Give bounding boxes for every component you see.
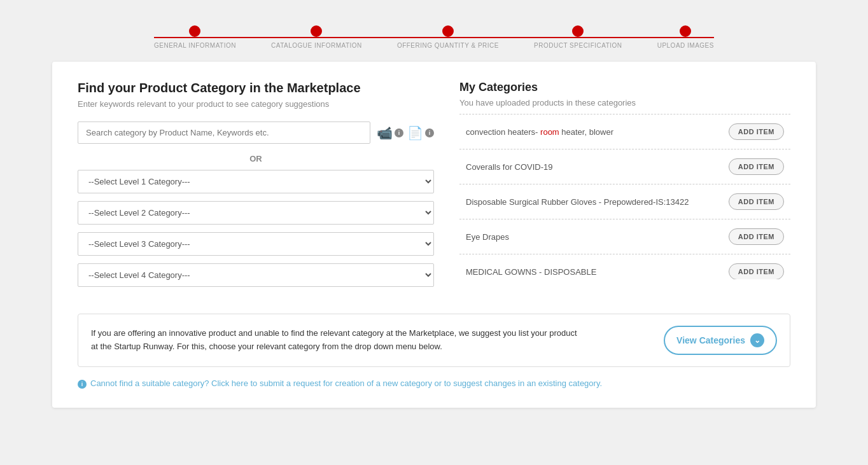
category-name: Eye Drapes bbox=[466, 232, 509, 242]
level1-dropdown[interactable]: --Select Level 1 Category--- bbox=[78, 170, 434, 193]
category-item: Disposable Surgical Rubber Gloves - Prep… bbox=[459, 184, 790, 219]
search-row: 📹 i 📄 i bbox=[78, 121, 434, 144]
icon-group: 📹 i 📄 i bbox=[377, 125, 434, 141]
progress-dot-0 bbox=[189, 25, 200, 37]
level3-dropdown[interactable]: --Select Level 3 Category--- bbox=[78, 232, 434, 256]
category-item: Eye Drapes ADD ITEM bbox=[459, 219, 790, 254]
level4-dropdown[interactable]: --Select Level 4 Category--- bbox=[78, 263, 434, 287]
category-name: convection heaters- room heater, blower bbox=[466, 127, 613, 137]
video-info-icon[interactable]: i bbox=[395, 128, 403, 137]
left-panel-title: Find your Product Category in the Market… bbox=[78, 81, 434, 95]
progress-step-3: PRODUCT SPECIFICATION bbox=[534, 25, 622, 49]
progress-dot-2 bbox=[442, 25, 454, 37]
search-input[interactable] bbox=[78, 121, 370, 144]
left-panel-subtitle: Enter keywords relevant to your product … bbox=[78, 99, 434, 109]
bottom-notice-text: If you are offering an innovative produc… bbox=[91, 327, 577, 354]
doc-info-icon[interactable]: i bbox=[425, 128, 434, 137]
category-name: Coveralls for COVID-19 bbox=[466, 162, 553, 172]
footer-link-text: Cannot find a suitable category? Click h… bbox=[90, 378, 602, 388]
add-item-button[interactable]: ADD ITEM bbox=[729, 263, 784, 279]
category-item: convection heaters- room heater, blower … bbox=[459, 115, 790, 149]
progress-step-2: OFFERING QUANTITY & PRICE bbox=[397, 25, 499, 49]
progress-step-0: GENERAL INFORMATION bbox=[154, 25, 236, 49]
progress-label-2: OFFERING QUANTITY & PRICE bbox=[397, 42, 499, 49]
notice-text-2: at the Startup Runway. For this, choose … bbox=[91, 342, 442, 351]
category-name: Disposable Surgical Rubber Gloves - Prep… bbox=[466, 197, 689, 207]
progress-dot-1 bbox=[311, 25, 322, 37]
two-col-layout: Find your Product Category in the Market… bbox=[78, 81, 790, 295]
progress-dot-3 bbox=[572, 25, 584, 37]
progress-label-3: PRODUCT SPECIFICATION bbox=[534, 42, 622, 49]
progress-label-1: CATALOGUE INFORMATION bbox=[271, 42, 362, 49]
footer-info-icon: i bbox=[78, 380, 87, 389]
progress-container: GENERAL INFORMATION CATALOGUE INFORMATIO… bbox=[116, 0, 752, 62]
progress-label-0: GENERAL INFORMATION bbox=[154, 42, 236, 49]
progress-dot-4 bbox=[680, 25, 691, 37]
left-panel: Find your Product Category in the Market… bbox=[78, 81, 434, 295]
or-divider: OR bbox=[78, 154, 434, 163]
chevron-down-icon: ⌄ bbox=[750, 333, 764, 347]
video-icon: 📹 bbox=[377, 125, 393, 141]
progress-label-4: UPLOAD IMAGES bbox=[657, 42, 714, 49]
category-item: Coveralls for COVID-19 ADD ITEM bbox=[459, 149, 790, 184]
add-item-button[interactable]: ADD ITEM bbox=[729, 123, 784, 140]
category-name: MEDICAL GOWNS - DISPOSABLE bbox=[466, 267, 596, 277]
progress-step-1: CATALOGUE INFORMATION bbox=[271, 25, 362, 49]
doc-icon: 📄 bbox=[407, 125, 423, 141]
right-panel-subtitle: You have uploaded products in these cate… bbox=[459, 98, 790, 108]
video-icon-box[interactable]: 📹 i bbox=[377, 125, 403, 141]
categories-list: convection heaters- room heater, blower … bbox=[459, 114, 790, 279]
add-item-button[interactable]: ADD ITEM bbox=[729, 193, 784, 210]
view-categories-label: View Categories bbox=[676, 335, 745, 345]
level2-dropdown[interactable]: --Select Level 2 Category--- bbox=[78, 201, 434, 225]
category-item: MEDICAL GOWNS - DISPOSABLE ADD ITEM bbox=[459, 254, 790, 279]
add-item-button[interactable]: ADD ITEM bbox=[729, 228, 784, 245]
doc-icon-box[interactable]: 📄 i bbox=[407, 125, 434, 141]
view-categories-button[interactable]: View Categories ⌄ bbox=[664, 326, 777, 355]
progress-line: GENERAL INFORMATION CATALOGUE INFORMATIO… bbox=[154, 25, 714, 49]
notice-text-1: If you are offering an innovative produc… bbox=[91, 328, 577, 338]
bottom-notice: If you are offering an innovative produc… bbox=[78, 314, 790, 367]
footer-link: i Cannot find a suitable category? Click… bbox=[78, 378, 790, 389]
progress-step-4: UPLOAD IMAGES bbox=[657, 25, 714, 49]
add-item-button[interactable]: ADD ITEM bbox=[729, 158, 784, 175]
right-panel: My Categories You have uploaded products… bbox=[459, 81, 790, 295]
footer-link-anchor[interactable]: Cannot find a suitable category? Click h… bbox=[90, 378, 602, 388]
main-card: Find your Product Category in the Market… bbox=[52, 62, 816, 408]
right-panel-title: My Categories bbox=[459, 81, 790, 94]
